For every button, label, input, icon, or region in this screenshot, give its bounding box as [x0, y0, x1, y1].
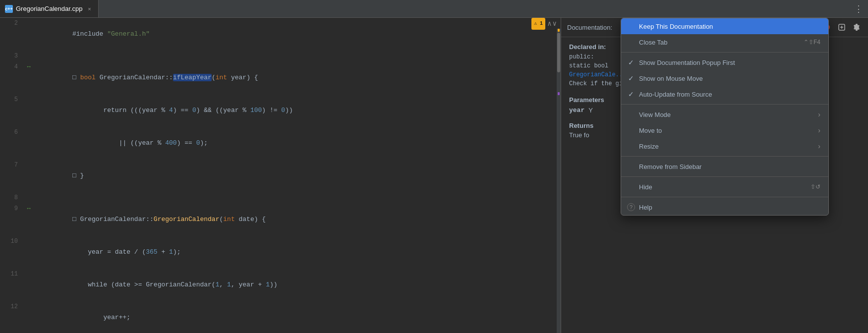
tab-filename: GregorianCalendar.cpp [16, 5, 82, 12]
active-tab[interactable]: c++ GregorianCalendar.cpp × [0, 0, 99, 17]
line-number: 9 [0, 203, 24, 214]
menu-arrow-move-to: › [818, 126, 820, 134]
param-name: year [569, 107, 584, 114]
line-number: 10 [0, 236, 24, 247]
line-number: 8 [0, 192, 24, 203]
line-warnings: ⚠ 1 ∧ ∨ [531, 18, 561, 30]
table-row: 5 return (((year % 4) == 0) && ((year % … [0, 94, 561, 127]
tab-bar: c++ GregorianCalendar.cpp × ⋮ [0, 0, 868, 18]
table-row: 2 #include "General.h" ⚠ 1 ∧ ∨ [0, 18, 561, 51]
main-area: 2 #include "General.h" ⚠ 1 ∧ ∨ 3 [0, 18, 868, 333]
table-row: 9 ↔ □ GregorianCalendar::GregorianCalend… [0, 203, 561, 236]
menu-item-move-to[interactable]: Move to › [621, 122, 828, 138]
menu-label-help: Help [639, 204, 820, 211]
menu-arrow-resize: › [818, 142, 820, 150]
table-row: 12 year++; [0, 301, 561, 333]
menu-item-view-mode[interactable]: View Mode › [621, 107, 828, 122]
menu-separator-3 [621, 156, 828, 157]
table-row: 6 || ((year % 400) == 0); [0, 127, 561, 160]
diff-arrow: ↔ [27, 203, 30, 214]
menu-check-show-mouse: ✓ [627, 74, 635, 82]
menu-item-hide[interactable]: Hide ⇧↺ [621, 179, 828, 195]
tab-close-button[interactable]: × [85, 5, 93, 13]
doc-settings-button[interactable] [851, 22, 862, 33]
table-row: 10 year = date / (365 + 1); [0, 236, 561, 269]
nav-down-arrow[interactable]: ∨ [553, 18, 557, 29]
menu-item-show-popup[interactable]: ✓ Show Documentation Popup First [621, 55, 828, 70]
line-number: 3 [0, 51, 24, 61]
diff-arrow: ↔ [27, 61, 30, 72]
line-gutter: ↔ [24, 203, 34, 214]
line-content: year = date / (365 + 1); [34, 236, 561, 269]
menu-label-hide: Hide [639, 183, 807, 191]
nav-arrows: ∧ ∨ [547, 18, 557, 29]
line-number: 2 [0, 18, 24, 29]
code-editor[interactable]: 2 #include "General.h" ⚠ 1 ∧ ∨ 3 [0, 18, 561, 333]
warning-badge: ⚠ 1 [531, 18, 545, 30]
menu-separator-4 [621, 176, 828, 177]
menu-check-show-popup: ✓ [627, 58, 635, 66]
scrollbar-marker [558, 92, 560, 95]
line-content: return (((year % 4) == 0) && ((year % 10… [34, 94, 561, 127]
table-row: 7 □ } [0, 160, 561, 192]
menu-label-show-popup: Show Documentation Popup First [639, 59, 820, 66]
scrollbar-warning-marker [558, 29, 560, 32]
line-number: 5 [0, 94, 24, 105]
param-desc: Y [588, 107, 593, 114]
line-content: #include "General.h" [34, 18, 531, 51]
menu-item-show-mouse[interactable]: ✓ Show on Mouse Move [621, 70, 828, 86]
menu-item-resize[interactable]: Resize › [621, 138, 828, 154]
menu-label-move-to: Move to [639, 127, 814, 134]
line-content: □ bool GregorianCalendar::ifLeapYear(int… [34, 61, 561, 94]
context-menu: Keep This Documentation Close Tab ⌃⇧F4 ✓… [621, 18, 829, 216]
menu-item-remove-sidebar[interactable]: Remove from Sidebar [621, 159, 828, 174]
menu-label-keep-doc: Keep This Documentation [639, 23, 820, 30]
line-number: 7 [0, 160, 24, 170]
menu-label-show-mouse: Show on Mouse Move [639, 75, 820, 82]
menu-item-help[interactable]: ? Help [621, 199, 828, 215]
help-question-icon: ? [627, 203, 635, 211]
menu-item-keep-doc[interactable]: Keep This Documentation [621, 18, 828, 34]
table-row: 11 while (date >= GregorianCalendar(1, 1… [0, 269, 561, 301]
menu-shortcut-hide: ⇧↺ [810, 183, 820, 190]
menu-label-close-tab: Close Tab [639, 39, 800, 46]
menu-label-auto-update: Auto-Update from Source [639, 91, 820, 98]
table-row: 4 ↔ □ bool GregorianCalendar::ifLeapYear… [0, 61, 561, 94]
menu-check-auto-update: ✓ [627, 90, 635, 98]
line-number: 12 [0, 301, 24, 312]
menu-label-view-mode: View Mode [639, 111, 814, 118]
doc-icon-button-2[interactable] [836, 22, 847, 33]
line-gutter: ↔ [24, 61, 34, 72]
menu-arrow-view-mode: › [818, 111, 820, 118]
scrollbar-thumb[interactable] [557, 33, 560, 72]
file-type-icon: c++ [5, 5, 13, 13]
line-content: while (date >= GregorianCalendar(1, 1, y… [34, 269, 561, 301]
declared-link[interactable]: GregorianCale... [569, 71, 626, 78]
table-row: 8 [0, 192, 561, 203]
line-content: || ((year % 400) == 0); [34, 127, 561, 160]
line-content: year++; [34, 301, 561, 333]
table-row: 3 [0, 51, 561, 61]
menu-shortcut-close-tab: ⌃⇧F4 [804, 39, 820, 46]
menu-label-remove-sidebar: Remove from Sidebar [639, 163, 820, 170]
menu-separator-5 [621, 197, 828, 197]
menu-separator-1 [621, 52, 828, 53]
tab-more-button[interactable]: ⋮ [849, 3, 868, 14]
line-number: 6 [0, 127, 24, 138]
editor-scrollbar[interactable] [557, 29, 561, 333]
nav-up-arrow[interactable]: ∧ [547, 18, 551, 29]
doc-panel: Documentation: [561, 18, 868, 333]
menu-separator-2 [621, 104, 828, 105]
menu-label-resize: Resize [639, 143, 814, 150]
line-number: 4 [0, 61, 24, 72]
doc-panel-title: Documentation: [567, 24, 612, 31]
line-content: □ GregorianCalendar::GregorianCalendar(i… [34, 203, 561, 236]
line-content: □ } [34, 160, 561, 192]
menu-item-auto-update[interactable]: ✓ Auto-Update from Source [621, 86, 828, 102]
menu-item-close-tab[interactable]: Close Tab ⌃⇧F4 [621, 34, 828, 50]
line-number: 11 [0, 269, 24, 279]
code-lines: 2 #include "General.h" ⚠ 1 ∧ ∨ 3 [0, 18, 561, 333]
